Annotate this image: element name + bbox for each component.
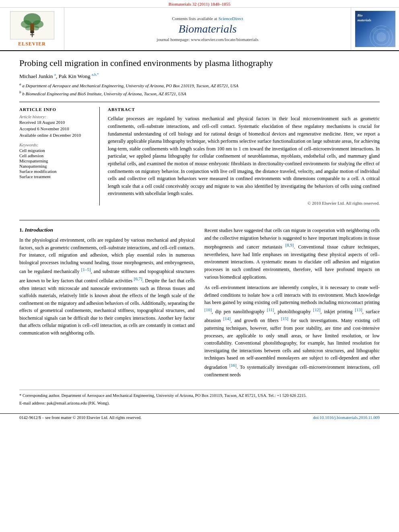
journal-citation: Biomaterials 32 (2011) 1848–1855 bbox=[0, 0, 399, 8]
svg-point-6 bbox=[33, 25, 39, 30]
keyword-5: Surface modification bbox=[19, 169, 93, 174]
sciencedirect-anchor[interactable]: ScienceDirect bbox=[218, 16, 243, 21]
svg-point-5 bbox=[25, 25, 31, 30]
keyword-3: Micropatterning bbox=[19, 158, 93, 163]
bottom-bar: 0142-9612/$ – see front matter © 2010 El… bbox=[0, 413, 399, 421]
cover-image: Biomaterials bbox=[355, 11, 395, 47]
accepted-date: Accepted 6 November 2010 bbox=[19, 126, 93, 131]
affiliation-b: b b Biomedical Engineering and BioS Inst… bbox=[19, 90, 380, 97]
section-title-text: Introduction bbox=[25, 227, 53, 233]
intro-right-text-1: Recent studies have suggested that cells… bbox=[204, 227, 380, 281]
abstract-title: ABSTRACT bbox=[108, 107, 380, 112]
footnote-section: * Corresponding author. Department of Ae… bbox=[19, 390, 380, 410]
available-date: Available online 4 December 2010 bbox=[19, 133, 93, 138]
right-column: Recent studies have suggested that cells… bbox=[204, 227, 380, 382]
main-body: 1. Introduction In the physiological env… bbox=[0, 227, 399, 390]
intro-right-text-2: As cell–environment interactions are inh… bbox=[204, 284, 380, 378]
keyword-1: Cell migration bbox=[19, 148, 93, 153]
abstract-section: ABSTRACT Cellular processes are regulate… bbox=[108, 107, 380, 205]
footnote-star: * Corresponding author. Department of Ae… bbox=[19, 392, 380, 399]
keywords-label: Keywords: bbox=[19, 142, 93, 147]
left-column: 1. Introduction In the physiological env… bbox=[19, 227, 195, 382]
intro-left-text: In the physiological environment, cells … bbox=[19, 236, 195, 337]
journal-info-center: Contents lists available at ScienceDirec… bbox=[64, 8, 351, 50]
affiliations: a a Department of Aerospace and Mechanic… bbox=[19, 82, 380, 97]
sciencedirect-link[interactable]: Contents lists available at ScienceDirec… bbox=[172, 16, 243, 21]
section-number: 1. bbox=[19, 227, 23, 233]
journal-name: Biomaterials bbox=[179, 23, 237, 35]
svg-point-7 bbox=[31, 30, 34, 33]
journal-homepage[interactable]: journal homepage: www.elsevier.com/locat… bbox=[157, 37, 259, 42]
elsevier-logo-area: ELSEVIER bbox=[0, 8, 64, 50]
keyword-6: Surface treatment bbox=[19, 174, 93, 179]
elsevier-wordmark: ELSEVIER bbox=[10, 41, 54, 47]
svg-point-14 bbox=[385, 27, 390, 31]
keywords-section: Keywords: Cell migration Cell adhesion M… bbox=[19, 142, 93, 179]
abstract-text: Cellular processes are regulated by vari… bbox=[108, 115, 380, 197]
copyright: © 2010 Elsevier Ltd. All rights reserved… bbox=[108, 201, 380, 205]
license-text: 0142-9612/$ – see front matter © 2010 El… bbox=[19, 415, 142, 420]
section-divider bbox=[19, 220, 380, 220]
journal-header: ELSEVIER Contents lists available at Sci… bbox=[0, 8, 399, 51]
article-authors: Michael Junkin a, Pak Kin Wong a,b,* bbox=[19, 72, 380, 80]
doi-link[interactable]: doi:10.1016/j.biomaterials.2010.11.009 bbox=[313, 415, 380, 420]
article-info-title: ARTICLE INFO bbox=[19, 107, 93, 112]
received-date: Received 18 August 2010 bbox=[19, 120, 93, 125]
journal-cover: Biomaterials bbox=[351, 8, 399, 50]
article-title: Probing cell migration in confined envir… bbox=[19, 58, 380, 69]
article-info-panel: ARTICLE INFO Article history: Received 1… bbox=[19, 107, 100, 205]
svg-point-13 bbox=[372, 28, 378, 34]
affiliation-a: a a Department of Aerospace and Mechanic… bbox=[19, 82, 380, 89]
history-label: Article history: bbox=[19, 114, 93, 119]
intro-heading: 1. Introduction bbox=[19, 227, 195, 233]
elsevier-logo: ELSEVIER bbox=[10, 11, 54, 47]
footnote-email: E-mail address: pak@email.arizona.edu (P… bbox=[19, 400, 380, 407]
article-content: Probing cell migration in confined envir… bbox=[0, 51, 399, 214]
journal-citation-text: Biomaterials 32 (2011) 1848–1855 bbox=[169, 2, 230, 6]
keyword-2: Cell adhesion bbox=[19, 153, 93, 158]
logo-image bbox=[10, 11, 54, 39]
svg-point-12 bbox=[376, 32, 386, 42]
article-info-abstract: ARTICLE INFO Article history: Received 1… bbox=[19, 102, 380, 205]
keyword-4: Nanopatterning bbox=[19, 164, 93, 168]
